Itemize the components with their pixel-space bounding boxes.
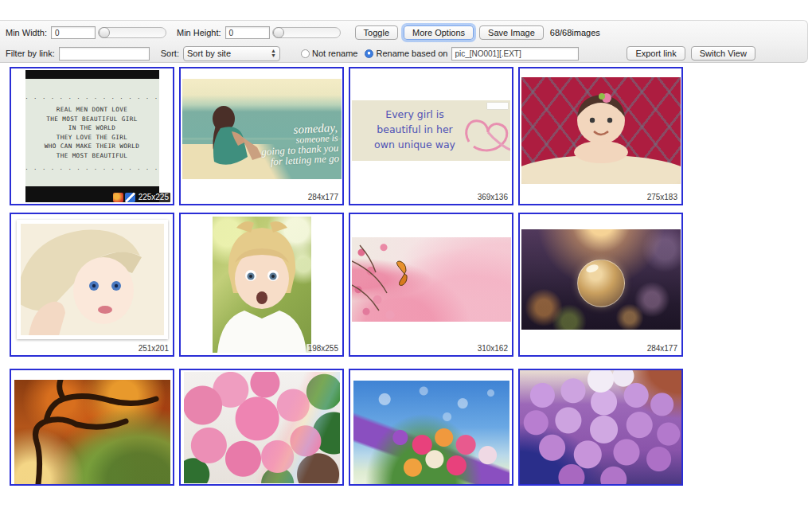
thumbnail-autumn-tree <box>14 380 170 484</box>
toddler-face <box>213 217 311 353</box>
not-rename-radio[interactable] <box>301 49 310 58</box>
tile-blossom-butterfly[interactable]: 310x162 <box>349 213 513 357</box>
tile-pink-roses[interactable] <box>179 369 344 486</box>
tile-tulips-sky[interactable] <box>349 369 513 486</box>
min-height-input[interactable]: 0 <box>225 26 270 39</box>
tile-purple-roses[interactable] <box>518 369 683 486</box>
blossom-branches <box>352 237 511 322</box>
thumbnail-blossom-butterfly <box>352 237 511 322</box>
switch-view-button[interactable]: Switch View <box>691 46 755 61</box>
min-height-slider-thumb[interactable] <box>273 27 284 38</box>
min-height-label: Min Height: <box>177 28 221 37</box>
min-width-slider-thumb[interactable] <box>99 27 110 38</box>
min-width-label: Min Width: <box>6 28 47 37</box>
baby-face <box>557 85 645 173</box>
butterfly-icon <box>396 261 407 286</box>
tile-every-girl[interactable]: Every girl is beautiful in her own uniqu… <box>349 67 513 205</box>
thumbnail-beach-someday: someday, someone is going to thank you f… <box>182 79 342 179</box>
tile-bubble-autumn[interactable]: 284x177 <box>518 213 683 357</box>
sort-select[interactable]: Sort by site ▲▼ <box>183 46 280 61</box>
toolbar-row-1: Min Width: 0 Min Height: 0 Toggle More O… <box>0 23 807 42</box>
save-image-button[interactable]: Save Image <box>479 25 544 40</box>
quote-dotted-line-top: . . . . . . . . . . . . . . . . . . . <box>25 94 159 100</box>
size-label: 284x177 <box>646 344 679 354</box>
size-label: 198x255 <box>306 344 340 354</box>
thumbnail-pink-roses <box>184 372 340 483</box>
rename-label: Rename based on <box>376 49 447 58</box>
select-arrows-icon: ▲▼ <box>271 49 276 58</box>
thumbnail-baby-knit-hat <box>17 220 168 339</box>
min-height-slider[interactable] <box>272 27 341 38</box>
size-label: 225x225 <box>137 193 170 202</box>
tile-quote-real-men[interactable]: . . . . . . . . . . . . . . . . . . . RE… <box>10 67 174 205</box>
toggle-button[interactable]: Toggle <box>355 25 398 40</box>
badge-icon-red[interactable] <box>113 193 123 202</box>
thumbnail-every-girl: Every girl is beautiful in her own uniqu… <box>352 100 510 161</box>
min-width-input[interactable]: 0 <box>51 26 96 39</box>
thumbnail-quote-real-men: . . . . . . . . . . . . . . . . . . . RE… <box>25 70 159 202</box>
thumbnail-bubble-autumn <box>521 229 681 330</box>
filter-by-link-label: Filter by link: <box>6 49 55 58</box>
min-width-slider[interactable] <box>98 27 166 38</box>
size-label: 310x162 <box>476 344 509 354</box>
tile-beach-someday[interactable]: someday, someone is going to thank you f… <box>179 67 344 205</box>
image-grid: . . . . . . . . . . . . . . . . . . . RE… <box>10 67 694 486</box>
tile-toddler-blonde[interactable]: 198x255 <box>179 213 344 357</box>
size-label: 369x136 <box>476 193 509 202</box>
export-link-button[interactable]: Export link <box>627 46 685 61</box>
grid-row-2: 251x201 198x255 <box>10 205 694 357</box>
rename-radio[interactable] <box>365 49 373 58</box>
size-label: 284x177 <box>306 193 340 202</box>
grid-row-1: . . . . . . . . . . . . . . . . . . . RE… <box>10 67 694 205</box>
thumbnail-tulips-sky <box>353 381 509 484</box>
thumbnail-baby-red-diamonds <box>521 77 681 184</box>
thumbnail-toddler-blonde <box>213 217 311 353</box>
toolbar-row-2: Filter by link: Sort: Sort by site ▲▼ No… <box>0 44 807 63</box>
badge-icon-blue[interactable] <box>125 193 135 202</box>
toolbar: Min Width: 0 Min Height: 0 Toggle More O… <box>0 20 808 63</box>
tree-branches <box>14 380 170 484</box>
grid-row-3 <box>10 357 694 486</box>
sort-label: Sort: <box>161 49 179 58</box>
quote-dotted-line-bottom: . . . . . . . . . . . . . . . . . . . <box>25 165 159 171</box>
size-label: 275x183 <box>646 193 679 202</box>
not-rename-label: Not rename <box>312 49 357 58</box>
image-count: 68/68images <box>550 28 600 37</box>
tile-baby-knit-hat[interactable]: 251x201 <box>10 213 174 357</box>
rename-pattern-input[interactable] <box>451 47 579 61</box>
size-label: 251x201 <box>137 344 170 354</box>
glass-sphere <box>577 259 625 307</box>
beach-caption: someday, someone is going to thank you f… <box>209 122 341 170</box>
tile-autumn-tree[interactable] <box>10 369 174 486</box>
filter-by-link-input[interactable] <box>59 47 150 61</box>
watermark-chip <box>486 102 509 110</box>
more-options-button[interactable]: More Options <box>404 25 474 40</box>
tile-baby-red-diamonds[interactable]: 275x183 <box>518 67 683 205</box>
baby-hat-face <box>21 224 164 335</box>
image-downloader-window: { "toolbar": { "min_width_label": "Min W… <box>0 0 812 508</box>
sort-select-value: Sort by site <box>187 49 231 58</box>
thumbnail-purple-roses <box>520 370 681 484</box>
